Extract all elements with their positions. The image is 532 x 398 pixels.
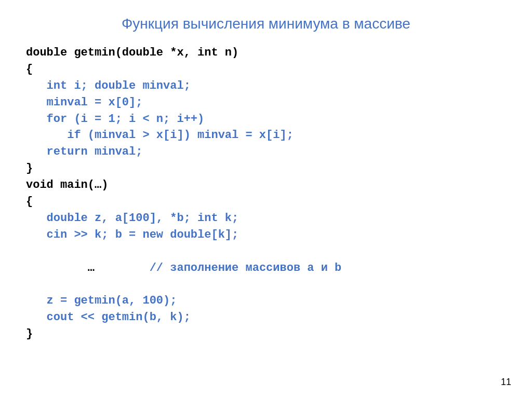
code-line-6: if (minval > x[i]) minval = x[i];: [26, 127, 506, 144]
code-line-5: for (i = 1; i < n; i++): [26, 111, 506, 128]
code-line-3: int i; double minval;: [26, 78, 506, 94]
page-number: 11: [501, 377, 511, 388]
code-line-4: minval = x[0];: [26, 94, 506, 111]
code-line-16: }: [26, 326, 506, 342]
code-line-1: double getmin(double *x, int n): [26, 45, 506, 61]
slide: Функция вычисления минимума в массиве do…: [0, 0, 532, 398]
code-line-2: {: [26, 61, 506, 78]
code-line-14: z = getmin(a, 100);: [26, 293, 506, 309]
slide-title: Функция вычисления минимума в массиве: [26, 16, 506, 32]
code-block: double getmin(double *x, int n) { int i;…: [26, 45, 506, 342]
code-line-8: }: [26, 160, 506, 177]
code-line-7: return minval;: [26, 144, 506, 160]
code-line-13-ellipsis: …: [67, 262, 95, 275]
code-line-11: double z, a[100], *b; int k;: [26, 210, 506, 227]
code-line-13-comment: // заполнение массивов a и b: [95, 262, 341, 275]
code-line-13: … // заполнение массивов a и b: [26, 243, 506, 293]
code-line-15: cout << getmin(b, k);: [26, 309, 506, 326]
code-line-10: {: [26, 194, 506, 210]
code-line-9: void main(…): [26, 177, 506, 194]
code-line-12: cin >> k; b = new double[k];: [26, 227, 506, 243]
